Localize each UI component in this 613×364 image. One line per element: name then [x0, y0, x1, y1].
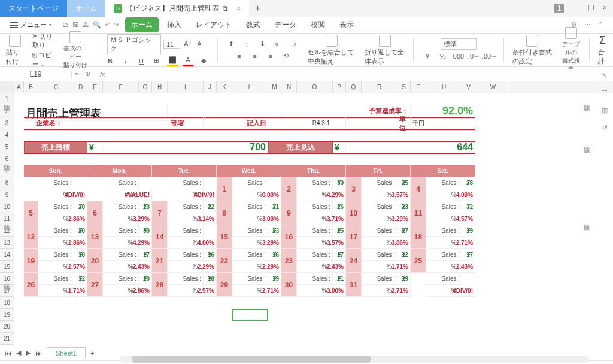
- format-painter-button[interactable]: 書式のコピー 貼り付け: [63, 31, 88, 69]
- tab-start[interactable]: スタートページ: [0, 0, 67, 17]
- spreadsheet-icon: S: [114, 4, 122, 13]
- ribbon-tab-home[interactable]: ホーム: [125, 17, 159, 32]
- ribbon-tab-layout[interactable]: レイアウト: [190, 17, 238, 32]
- save-icon[interactable]: 🖫: [72, 21, 79, 29]
- formula-bar: L19 ▾ ⊕ fx: [0, 67, 613, 81]
- right-rail: ↖ ☷ ▥ ↺: [596, 72, 613, 132]
- sigma-icon: Σ: [599, 34, 606, 47]
- more-icon[interactable]: ⋯: [584, 21, 591, 29]
- tab-home[interactable]: ホーム: [67, 0, 105, 17]
- row-headers[interactable]: 12345678910111213141516171819202122: [0, 93, 14, 345]
- hamburger-icon: [10, 22, 18, 28]
- rail-select-icon[interactable]: ↖: [602, 72, 608, 80]
- clear-format-button[interactable]: ◆: [198, 56, 209, 66]
- scrollbar-horizontal[interactable]: [120, 356, 589, 363]
- cond-format-icon: [526, 35, 538, 47]
- rail-history-icon[interactable]: ↺: [602, 124, 608, 132]
- tab-add[interactable]: +: [249, 3, 266, 14]
- grid[interactable]: 月間売上管理表予算達成率：92.0%企業名：部署記入日R4.3.1単位千円売上目…: [14, 93, 613, 345]
- ribbon-tab-data[interactable]: データ: [269, 17, 302, 32]
- merge-icon: [326, 35, 338, 47]
- name-box[interactable]: L19: [0, 70, 72, 78]
- clipboard-icon: [9, 35, 21, 47]
- collapse-icon[interactable]: ⌃: [598, 21, 603, 29]
- sheet-add-button[interactable]: +: [90, 350, 94, 357]
- comma-icon[interactable]: 000: [453, 51, 464, 62]
- window-controls: 1 — ☐ ×: [554, 4, 613, 13]
- align-bottom-icon[interactable]: ⬇: [257, 39, 268, 50]
- badge-icon[interactable]: 1: [554, 4, 564, 13]
- formula-input[interactable]: [111, 69, 613, 78]
- align-top-icon[interactable]: ⬆: [226, 39, 237, 50]
- decrease-font-icon[interactable]: A⁻: [196, 39, 207, 50]
- font-name[interactable]: ＭＳ Ｐゴシック: [107, 34, 161, 54]
- open-icon[interactable]: 🗁: [62, 21, 69, 29]
- copy-button[interactable]: ⎘ コピー ▾: [32, 51, 55, 69]
- ribbon: 貼り付け ✂ 切り取り ⎘ コピー ▾ 書式のコピー 貼り付け ＭＳ Ｐゴシック…: [0, 34, 613, 67]
- tab-popout-icon[interactable]: ⧉: [223, 4, 228, 13]
- paste-button[interactable]: 貼り付け: [6, 35, 24, 66]
- cond-format-button[interactable]: 条件付き書式の設定: [512, 35, 553, 66]
- ribbon-tab-view[interactable]: 表示: [333, 17, 360, 32]
- titlebar: スタートページ ホーム S 【ビジネス】月間売上管理表 ⧉ × + 1 — ☐ …: [0, 0, 613, 17]
- underline-button[interactable]: U: [136, 56, 147, 66]
- sheet-nav-first[interactable]: ⏮: [5, 350, 11, 357]
- undo-icon[interactable]: ↶: [105, 21, 110, 29]
- fill-color-button[interactable]: ⬛: [167, 56, 178, 66]
- ribbon-tab-insert[interactable]: 挿入: [161, 17, 187, 32]
- tab-document[interactable]: S 【ビジネス】月間売上管理表 ⧉ ×: [105, 0, 249, 17]
- percent-icon[interactable]: %: [438, 51, 448, 62]
- currency-icon[interactable]: ¥: [422, 51, 433, 62]
- menu-button[interactable]: メニュー▾: [5, 20, 56, 29]
- rail-style-icon[interactable]: ☷: [602, 89, 608, 97]
- indent-increase-icon[interactable]: ⇥: [289, 39, 299, 50]
- sheet-nav-prev[interactable]: ◀: [16, 349, 21, 357]
- ribbon-tab-formula[interactable]: 数式: [240, 17, 266, 32]
- indent-decrease-icon[interactable]: ⇤: [273, 39, 284, 50]
- sheet-area: ABCDEFGHIJKLMNOPQRSTUVW 1234567891011121…: [0, 81, 613, 345]
- brush-icon: [69, 31, 81, 43]
- print-icon[interactable]: 🖶: [83, 21, 89, 29]
- orientation-icon[interactable]: ⟲: [281, 51, 292, 62]
- sheet-nav-next[interactable]: ▶: [26, 349, 31, 357]
- maximize-icon[interactable]: ☐: [588, 4, 594, 13]
- italic-button[interactable]: I: [120, 56, 131, 66]
- fx-icon[interactable]: fx: [94, 71, 111, 78]
- font-color-button[interactable]: A: [183, 56, 193, 66]
- sheet-tab-1[interactable]: Sheet1: [47, 347, 86, 359]
- table-icon: [565, 27, 577, 39]
- ribbon-tab-review[interactable]: 校閲: [305, 17, 331, 32]
- align-middle-icon[interactable]: ↕: [242, 39, 253, 50]
- sheet-nav-last[interactable]: ⏭: [35, 350, 42, 357]
- sum-button[interactable]: Σ合計: [598, 34, 607, 66]
- close-icon[interactable]: ×: [236, 4, 241, 13]
- wrap-button[interactable]: 折り返して全体表示: [365, 35, 405, 66]
- redo-icon[interactable]: ↷: [114, 21, 119, 29]
- table-format-button[interactable]: テーブルの 書式設定: [561, 27, 581, 74]
- window-close-icon[interactable]: ×: [603, 4, 607, 13]
- doc-title: 【ビジネス】月間売上管理表: [126, 4, 219, 14]
- scroll-thumb[interactable]: [132, 356, 371, 363]
- cut-button[interactable]: ✂ 切り取り: [32, 32, 55, 50]
- align-center-icon[interactable]: ≡: [250, 51, 260, 62]
- minimize-icon[interactable]: —: [572, 4, 579, 13]
- decimal-dec-icon[interactable]: .00→: [484, 51, 495, 62]
- preview-icon[interactable]: 🔍: [93, 21, 101, 29]
- rail-property-icon[interactable]: ▥: [602, 107, 608, 114]
- increase-font-icon[interactable]: A⁺: [183, 39, 193, 50]
- number-format[interactable]: 標準: [441, 38, 477, 50]
- column-headers[interactable]: ABCDEFGHIJKLMNOPQRSTUVW: [0, 81, 613, 93]
- decimal-inc-icon[interactable]: .0←: [469, 51, 480, 62]
- font-size[interactable]: 11: [163, 40, 180, 49]
- bold-button[interactable]: B: [105, 56, 116, 66]
- align-right-icon[interactable]: ≡: [265, 51, 276, 62]
- namebox-drop-icon[interactable]: ▾: [72, 71, 81, 77]
- ribbon-tabs: メニュー▾ 🗁 🖫 🖶 🔍 ↶ ↷ ホーム 挿入 レイアウト 数式 データ 校閲…: [0, 17, 613, 34]
- align-left-icon[interactable]: ≡: [234, 51, 245, 62]
- wrap-icon: [379, 35, 391, 47]
- merge-button[interactable]: セルを結合して中央揃え: [308, 35, 357, 66]
- sheet-tabs: ⏮ ◀ ▶ ⏭ Sheet1 +: [0, 345, 613, 360]
- border-button[interactable]: ⊞: [151, 56, 162, 66]
- function-icon[interactable]: ⊕: [81, 70, 94, 78]
